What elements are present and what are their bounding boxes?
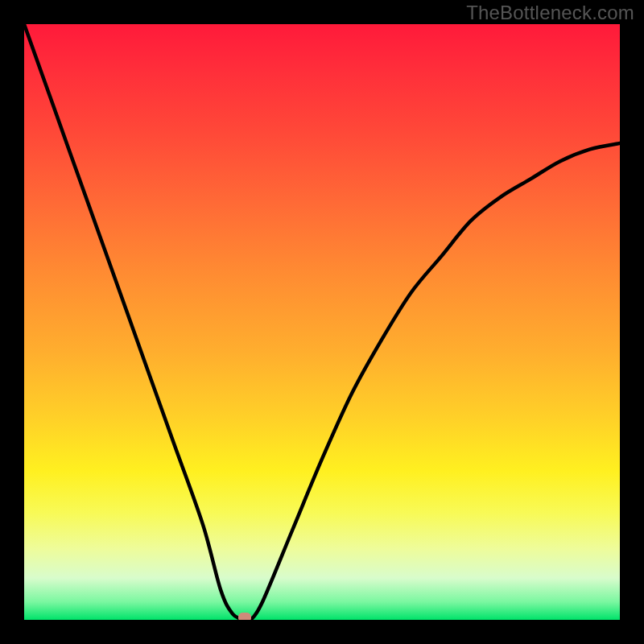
bottleneck-curve (24, 24, 620, 620)
plot-area (24, 24, 620, 620)
chart-frame: TheBottleneck.com (0, 0, 644, 644)
watermark-text: TheBottleneck.com (466, 2, 634, 24)
optimum-marker (238, 613, 251, 620)
